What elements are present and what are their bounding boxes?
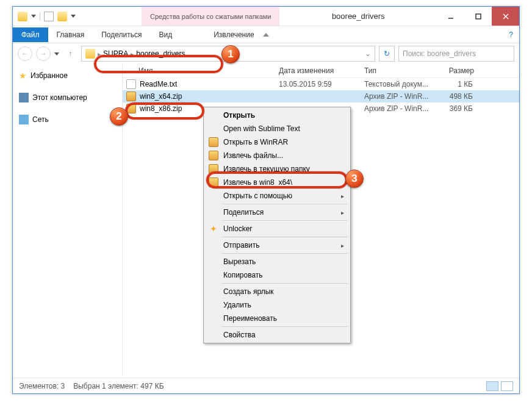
close-button[interactable]	[492, 7, 519, 26]
addr-dropdown-icon[interactable]: ⌄	[365, 49, 371, 58]
file-name: ReadMe.txt	[140, 80, 279, 88]
separator	[222, 253, 348, 254]
chevron-right-icon[interactable]: ▸	[131, 51, 134, 57]
col-date[interactable]: Дата изменения	[279, 66, 364, 75]
separator	[40, 12, 40, 21]
zip-file-icon	[126, 104, 136, 113]
col-size[interactable]: Размер	[436, 66, 481, 75]
winrar-icon	[209, 151, 218, 160]
tab-view[interactable]: Вид	[150, 27, 181, 42]
new-folder-icon[interactable]	[57, 12, 67, 21]
back-button[interactable]: ←	[18, 46, 32, 61]
separator	[222, 220, 348, 221]
ctx-properties[interactable]: Свойства	[205, 328, 349, 342]
ctx-winrar[interactable]: Открыть в WinRAR	[205, 135, 349, 149]
titlebar: Средства работы со сжатыми папками boore…	[13, 7, 519, 26]
ctx-extract-files[interactable]: Извлечь файлы...	[205, 149, 349, 162]
sidebar-item-label: Этот компьютер	[32, 93, 87, 102]
tab-extract[interactable]: Извлечение	[205, 27, 262, 42]
navigation-pane: ★Избранное Этот компьютер Сеть	[13, 64, 123, 375]
file-size: 369 КБ	[436, 104, 478, 113]
ctx-rename[interactable]: Переименовать	[205, 312, 349, 325]
minimize-button[interactable]	[437, 7, 464, 26]
file-type: Текстовый докум...	[364, 80, 436, 88]
ctx-extract-to[interactable]: Извлечь в win8_x64\	[205, 176, 349, 189]
ctx-send[interactable]: Отправить	[205, 239, 349, 252]
ctx-delete[interactable]: Удалить	[205, 298, 349, 312]
sidebar-this-pc[interactable]: Этот компьютер	[13, 91, 122, 104]
folder-icon	[18, 12, 27, 21]
ctx-shortcut[interactable]: Создать ярлык	[205, 285, 349, 298]
star-icon: ★	[19, 71, 27, 81]
window-controls	[437, 7, 519, 26]
details-view-button[interactable]	[486, 381, 498, 391]
pc-icon	[19, 93, 29, 102]
ctx-copy[interactable]: Копировать	[205, 268, 349, 282]
ribbon: Файл Главная Поделиться Вид Извлечение ?	[13, 26, 519, 43]
chevron-right-icon[interactable]: ▸	[98, 51, 101, 57]
file-type: Архив ZIP - WinR...	[364, 104, 436, 113]
file-size: 1 КБ	[436, 80, 478, 88]
wand-icon: ✦	[209, 224, 218, 234]
separator	[222, 237, 348, 237]
separator	[222, 326, 348, 327]
status-count: Элементов: 3	[19, 382, 65, 390]
ctx-label: Извлечь файлы...	[223, 151, 283, 160]
winrar-icon	[209, 137, 218, 147]
ctx-label: Открыть в WinRAR	[223, 138, 288, 146]
sidebar-item-label: Избранное	[31, 71, 68, 80]
qat	[13, 12, 81, 21]
col-type[interactable]: Тип	[364, 66, 436, 75]
search-input[interactable]: Поиск: booree_drivers	[398, 46, 514, 62]
table-row[interactable]: win8_x64.zipАрхив ZIP - WinR...498 КБ	[123, 90, 519, 102]
ctx-unlocker[interactable]: ✦Unlocker	[205, 222, 349, 235]
ctx-sublime[interactable]: Open with Sublime Text	[205, 122, 349, 135]
file-menu[interactable]: Файл	[13, 27, 48, 42]
zip-file-icon	[126, 92, 136, 101]
badge-3: 3	[345, 170, 364, 188]
sidebar-item-label: Сеть	[32, 115, 49, 124]
col-name[interactable]: Имя	[123, 66, 279, 75]
tab-home[interactable]: Главная	[48, 27, 93, 42]
help-button[interactable]: ?	[503, 31, 519, 39]
ctx-label: Извлечь в текущую папку	[223, 165, 310, 173]
ctx-label: Извлечь в win8_x64\	[223, 178, 292, 187]
sidebar-favorites[interactable]: ★Избранное	[13, 69, 122, 82]
text-file-icon	[126, 79, 136, 89]
badge-2: 2	[110, 107, 128, 126]
file-type: Архив ZIP - WinR...	[364, 92, 436, 101]
qat-dropdown2-icon[interactable]	[71, 15, 76, 18]
maximize-button[interactable]	[464, 7, 492, 26]
separator	[222, 204, 348, 204]
ctx-cut[interactable]: Вырезать	[205, 255, 349, 268]
ctx-open-with[interactable]: Открыть с помощью	[205, 189, 349, 203]
ctx-label: Unlocker	[223, 224, 252, 233]
thumbs-view-button[interactable]	[501, 381, 513, 391]
ctx-extract-here[interactable]: Извлечь в текущую папку	[205, 162, 349, 176]
forward-button[interactable]: →	[36, 46, 51, 61]
history-dropdown-icon[interactable]	[54, 52, 59, 56]
properties-icon[interactable]	[44, 12, 54, 21]
sidebar-network[interactable]: Сеть	[13, 113, 122, 126]
ctx-share[interactable]: Поделиться	[205, 206, 349, 219]
file-size: 498 КБ	[436, 92, 478, 101]
table-row[interactable]: ReadMe.txt13.05.2015 9:59Текстовый докум…	[123, 78, 519, 90]
column-headers: Имя Дата изменения Тип Размер	[123, 64, 519, 78]
winrar-icon	[209, 164, 218, 174]
breadcrumb-seg[interactable]: booree_drivers	[136, 49, 185, 58]
status-bar: Элементов: 3 Выбран 1 элемент: 497 КБ	[13, 378, 519, 393]
separator	[222, 283, 348, 284]
tab-share[interactable]: Поделиться	[93, 27, 150, 42]
breadcrumb-seg[interactable]: SUPRA	[103, 49, 128, 58]
ctx-open[interactable]: Открыть	[205, 109, 349, 122]
badge-1: 1	[221, 45, 240, 63]
address-bar: ← → ↑ ▸ SUPRA ▸ booree_drivers ⌄ ↻ Поиск…	[13, 43, 519, 64]
folder-icon	[85, 49, 95, 59]
network-icon	[19, 115, 29, 124]
refresh-button[interactable]: ↻	[379, 46, 395, 62]
qat-dropdown-icon[interactable]	[31, 15, 36, 18]
status-selection: Выбран 1 элемент: 497 КБ	[73, 382, 164, 390]
up-button[interactable]: ↑	[63, 46, 77, 61]
svg-rect-1	[476, 14, 481, 19]
ribbon-expand-icon[interactable]	[263, 33, 269, 37]
